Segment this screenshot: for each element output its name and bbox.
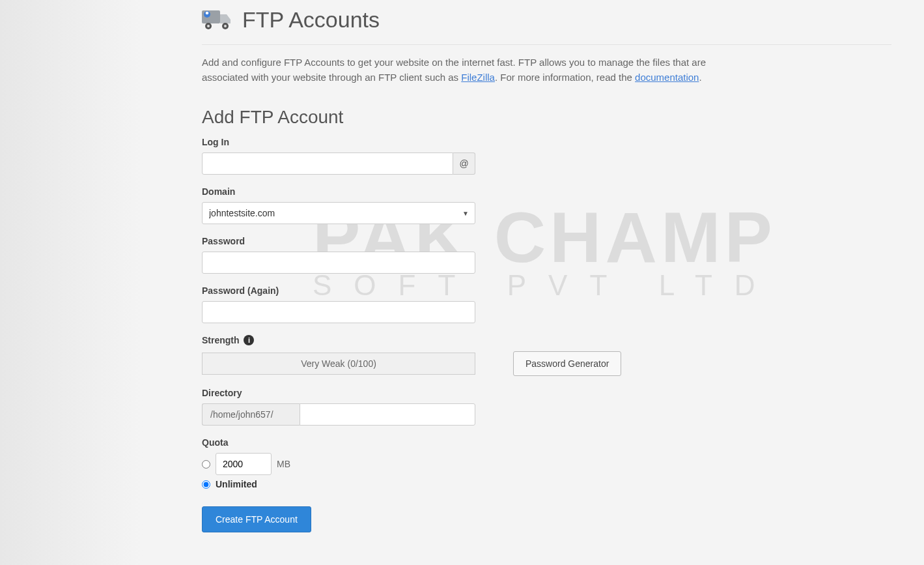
domain-select[interactable]: johntestsite.com xyxy=(202,202,475,224)
page-header: FTP Accounts xyxy=(202,7,891,45)
strength-label: Strength i xyxy=(202,335,891,346)
page-description: Add and configure FTP Accounts to get yo… xyxy=(202,55,749,85)
password-again-label: Password (Again) xyxy=(202,285,475,296)
password-input[interactable] xyxy=(202,252,475,274)
directory-label: Directory xyxy=(202,388,475,398)
svg-point-4 xyxy=(224,25,227,27)
ftp-truck-icon xyxy=(202,7,233,33)
directory-prefix: /home/john657/ xyxy=(202,403,300,426)
create-ftp-account-button[interactable]: Create FTP Account xyxy=(202,506,311,532)
quota-unlimited-radio[interactable] xyxy=(202,480,210,489)
left-gutter xyxy=(0,0,143,565)
svg-point-6 xyxy=(206,12,209,15)
password-label: Password xyxy=(202,236,475,246)
password-again-input[interactable] xyxy=(202,301,475,323)
filezilla-link[interactable]: FileZilla xyxy=(461,72,495,83)
documentation-link[interactable]: documentation xyxy=(635,72,699,83)
login-input[interactable] xyxy=(202,152,453,175)
quota-unit: MB xyxy=(277,459,290,469)
info-icon: i xyxy=(244,335,254,345)
quota-limited-radio[interactable] xyxy=(202,460,210,469)
add-ftp-section-title: Add FTP Account xyxy=(202,107,891,128)
quota-label: Quota xyxy=(202,437,891,448)
page-title: FTP Accounts xyxy=(242,7,380,33)
directory-input[interactable] xyxy=(300,403,475,426)
domain-label: Domain xyxy=(202,186,475,197)
at-symbol-addon: @ xyxy=(453,152,475,175)
strength-meter: Very Weak (0/100) xyxy=(202,353,475,375)
quota-unlimited-label: Unlimited xyxy=(216,479,257,489)
password-generator-button[interactable]: Password Generator xyxy=(513,351,621,376)
svg-point-2 xyxy=(207,25,210,27)
login-label: Log In xyxy=(202,137,475,147)
quota-input[interactable] xyxy=(216,453,272,475)
